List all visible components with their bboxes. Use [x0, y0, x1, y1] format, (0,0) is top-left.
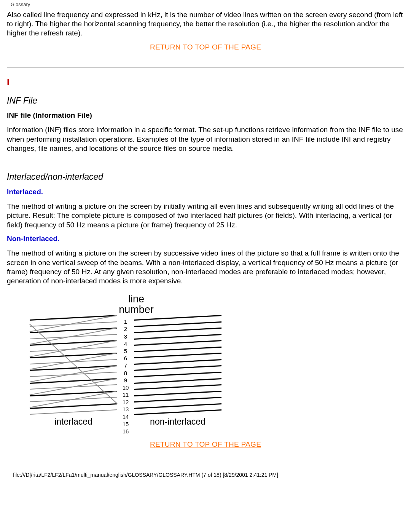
- interlaced-caption: interlaced: [30, 416, 117, 427]
- return-to-top-anchor[interactable]: RETURN TO TOP OF THE PAGE: [150, 43, 261, 51]
- return-to-top-anchor-2[interactable]: RETURN TO TOP OF THE PAGE: [150, 440, 261, 448]
- noninterlaced-subheading: Non-interlaced.: [7, 234, 404, 243]
- interlaced-paragraph: The method of writing a picture on the s…: [7, 202, 404, 230]
- intro-paragraph: Also called line frequency and expressed…: [7, 10, 404, 38]
- line-number: 16: [117, 428, 134, 435]
- line-number: 13: [117, 406, 134, 413]
- breadcrumb: Glossary: [11, 2, 404, 8]
- line-number: 8: [117, 369, 134, 377]
- return-to-top-link-2[interactable]: RETURN TO TOP OF THE PAGE: [7, 440, 404, 449]
- line-number: 12: [117, 398, 134, 406]
- noninterlaced-caption: non-interlaced: [134, 416, 221, 427]
- noninterlaced-panel: [134, 317, 221, 412]
- inf-file-paragraph: Information (INF) files store informatio…: [7, 125, 404, 153]
- noninterlaced-paragraph: The method of writing a picture on the s…: [7, 249, 404, 286]
- line-number: 3: [117, 333, 134, 340]
- line-number: 1: [117, 318, 134, 325]
- diagram-heading-line2: number: [119, 304, 154, 315]
- line-number: 7: [117, 362, 134, 369]
- section-divider: [7, 67, 404, 67]
- line-number-column: 12345678910111213141516: [117, 317, 134, 412]
- interlaced-title: Interlaced/non-interlaced: [7, 171, 404, 182]
- interlaced-panel: [30, 317, 117, 412]
- line-number: 5: [117, 347, 134, 355]
- line-number: 10: [117, 384, 134, 391]
- line-number: 4: [117, 340, 134, 347]
- inf-file-subtitle: INF file (Information File): [7, 111, 404, 120]
- line-number: 2: [117, 325, 134, 332]
- line-number: 6: [117, 355, 134, 362]
- diagram-heading: line number: [30, 294, 243, 315]
- interlaced-subheading: Interlaced.: [7, 187, 404, 197]
- line-number: 11: [117, 391, 134, 398]
- line-number: 9: [117, 377, 134, 384]
- diagram-heading-line1: line: [128, 293, 144, 305]
- footer-file-path: file:///D|/rita/LF2/LF2/LFa1/multi_manua…: [13, 472, 404, 479]
- interlace-diagram: line number 12345678910111213141516 inte…: [30, 294, 243, 428]
- return-to-top-link-1[interactable]: RETURN TO TOP OF THE PAGE: [7, 43, 404, 52]
- section-letter-i: I: [7, 77, 404, 88]
- inf-file-title: INF File: [7, 95, 404, 106]
